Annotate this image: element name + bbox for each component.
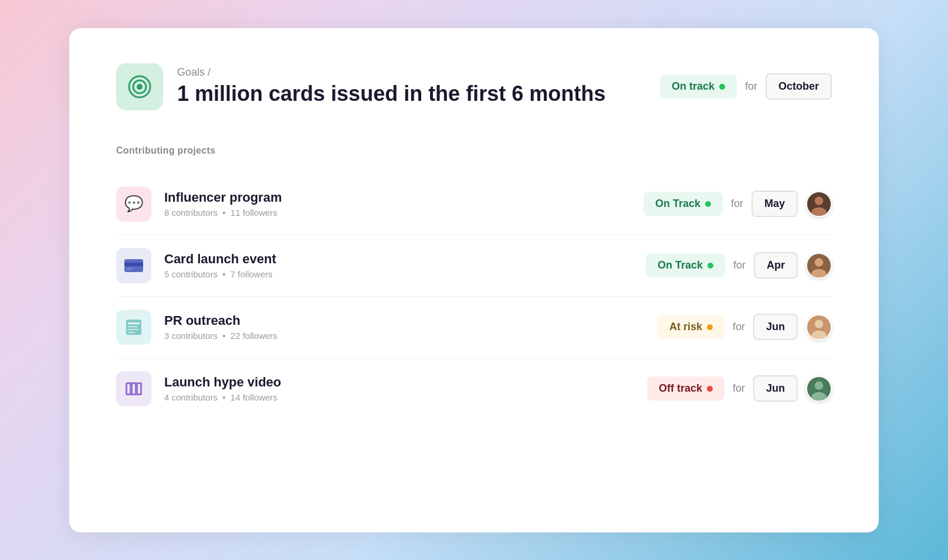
page-title: 1 million cards issued in the first 6 mo… xyxy=(177,81,605,106)
status-label: On Track xyxy=(655,198,700,210)
status-dot xyxy=(707,324,713,330)
project-meta: 5 contributors • 7 followers xyxy=(164,269,276,279)
svg-rect-8 xyxy=(127,268,133,270)
project-name[interactable]: Card launch event xyxy=(164,252,276,267)
header: Goals / 1 million cards issued in the fi… xyxy=(116,63,832,110)
for-label: for xyxy=(733,259,746,271)
status-dot xyxy=(705,201,711,207)
project-meta: 8 contributors • 11 followers xyxy=(164,208,282,218)
table-row: Launch hype video 4 contributors • 14 fo… xyxy=(116,358,832,419)
status-badge[interactable]: Off track xyxy=(647,376,724,401)
main-status-badge[interactable]: On track xyxy=(660,74,737,99)
project-info: PR outreach 3 contributors • 22 follower… xyxy=(164,313,277,341)
avatar xyxy=(806,253,832,279)
for-label: for xyxy=(733,321,745,333)
project-left: PR outreach 3 contributors • 22 follower… xyxy=(116,310,277,345)
project-name[interactable]: Launch hype video xyxy=(164,375,281,390)
svg-point-25 xyxy=(815,381,824,390)
header-left: Goals / 1 million cards issued in the fi… xyxy=(116,63,605,110)
status-dot xyxy=(707,386,713,392)
header-status: On track for October xyxy=(660,73,832,100)
svg-rect-16 xyxy=(128,332,135,333)
table-row: 💬 Influencer program 8 contributors • 11… xyxy=(116,174,832,235)
project-name[interactable]: Influencer program xyxy=(164,190,282,205)
project-meta: 4 contributors • 14 followers xyxy=(164,392,281,402)
month-badge[interactable]: May xyxy=(751,191,798,217)
project-right: Off track for Jun xyxy=(647,375,832,402)
status-badge[interactable]: On Track xyxy=(646,253,725,277)
project-icon-pr xyxy=(116,310,151,345)
main-card: Goals / 1 million cards issued in the fi… xyxy=(69,28,879,532)
main-status-label: On track xyxy=(672,80,715,93)
breadcrumb: Goals / xyxy=(177,66,605,79)
project-info: Card launch event 5 contributors • 7 fol… xyxy=(164,252,276,279)
status-label: On Track xyxy=(658,259,703,271)
svg-rect-13 xyxy=(128,323,140,324)
status-label: Off track xyxy=(659,382,702,395)
svg-rect-21 xyxy=(127,384,130,393)
project-left: 💬 Influencer program 8 contributors • 11… xyxy=(116,186,282,222)
project-list: 💬 Influencer program 8 contributors • 11… xyxy=(116,174,832,419)
main-month-badge[interactable]: October xyxy=(766,73,832,100)
contributing-section: Contributing projects 💬 Influencer progr… xyxy=(116,145,832,419)
section-title: Contributing projects xyxy=(116,145,832,156)
goal-icon xyxy=(116,63,163,110)
project-meta: 3 contributors • 22 followers xyxy=(164,331,277,341)
svg-point-2 xyxy=(137,84,143,90)
svg-rect-7 xyxy=(124,263,143,266)
main-for-label: for xyxy=(745,80,757,93)
month-badge[interactable]: Jun xyxy=(753,375,798,402)
status-badge[interactable]: At risk xyxy=(658,315,724,339)
for-label: for xyxy=(731,198,743,210)
svg-point-10 xyxy=(815,258,824,267)
status-dot xyxy=(707,263,713,269)
for-label: for xyxy=(733,382,745,395)
project-info: Influencer program 8 contributors • 11 f… xyxy=(164,190,282,218)
svg-rect-15 xyxy=(128,329,138,330)
status-label: At risk xyxy=(669,321,702,333)
project-icon-influencer: 💬 xyxy=(116,186,151,222)
table-row: Card launch event 5 contributors • 7 fol… xyxy=(116,235,832,297)
status-badge[interactable]: On Track xyxy=(644,192,723,216)
table-row: PR outreach 3 contributors • 22 follower… xyxy=(116,297,832,358)
project-right: On Track for May xyxy=(644,191,832,217)
project-right: At risk for Jun xyxy=(658,314,832,340)
month-badge[interactable]: Jun xyxy=(753,314,798,340)
project-info: Launch hype video 4 contributors • 14 fo… xyxy=(164,375,281,402)
project-left: Card launch event 5 contributors • 7 fol… xyxy=(116,248,276,283)
main-status-dot xyxy=(719,84,725,90)
project-left: Launch hype video 4 contributors • 14 fo… xyxy=(116,371,281,406)
svg-rect-23 xyxy=(138,384,140,393)
svg-point-4 xyxy=(815,196,824,205)
avatar xyxy=(806,191,832,217)
svg-point-18 xyxy=(815,320,824,328)
avatar xyxy=(806,314,832,340)
project-icon-video xyxy=(116,371,151,406)
project-icon-card xyxy=(116,248,151,283)
project-name[interactable]: PR outreach xyxy=(164,313,277,328)
avatar xyxy=(806,376,832,402)
month-badge[interactable]: Apr xyxy=(754,252,798,279)
project-right: On Track for Apr xyxy=(646,252,832,279)
svg-rect-22 xyxy=(133,384,135,393)
header-text: Goals / 1 million cards issued in the fi… xyxy=(177,66,605,106)
svg-rect-14 xyxy=(128,326,137,327)
